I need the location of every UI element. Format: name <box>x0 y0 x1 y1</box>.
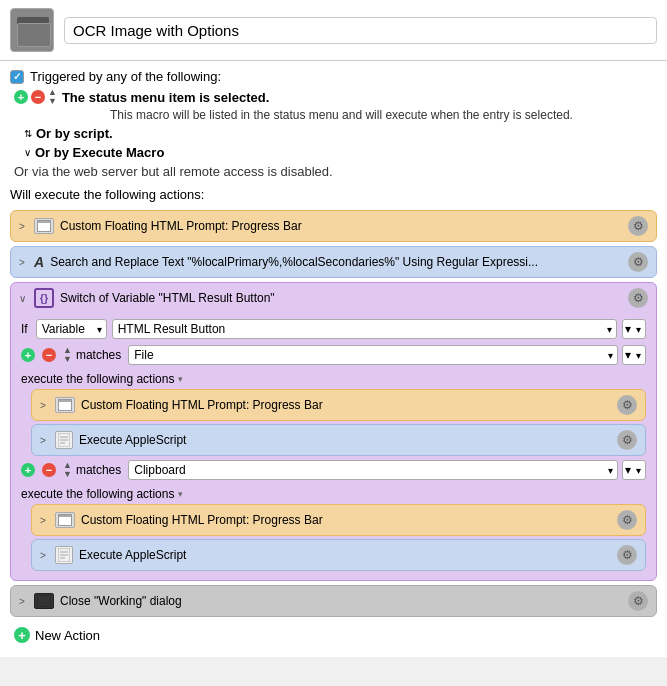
variable-type-select-wrapper[interactable]: Variable <box>36 319 107 339</box>
nested-gear-3[interactable]: ⚙ <box>617 510 637 530</box>
remove-match-btn-2[interactable]: − <box>42 463 56 477</box>
match-select-1[interactable]: ▾ <box>622 345 646 365</box>
by-execute-label: Or by Execute Macro <box>35 145 164 160</box>
nested-actions-clipboard: > Custom Floating HTML Prompt: Progress … <box>21 504 646 571</box>
triggered-checkbox[interactable] <box>10 70 24 84</box>
gear-btn-switch[interactable]: ⚙ <box>628 288 648 308</box>
nested-gear-2[interactable]: ⚙ <box>617 430 637 450</box>
match-value-input-2[interactable] <box>128 460 618 480</box>
add-match-btn-2[interactable]: + <box>21 463 35 477</box>
by-script-row[interactable]: ⇅ Or by script. <box>24 126 657 141</box>
if-label: If <box>21 322 28 336</box>
nested-action-row-4[interactable]: > Execute AppleScript ⚙ <box>32 540 645 570</box>
variable-type-select[interactable]: Variable <box>36 319 107 339</box>
execute-arrow-clipboard: ▾ <box>178 489 183 499</box>
svg-rect-1 <box>38 223 50 231</box>
match-value-input-1[interactable] <box>128 345 618 365</box>
variable-value-select-wrapper[interactable] <box>112 319 617 339</box>
close-gear[interactable]: ⚙ <box>628 591 648 611</box>
action-label-2: Search and Replace Text "%localPrimary%,… <box>50 255 628 269</box>
add-match-btn-1[interactable]: + <box>21 348 35 362</box>
nested-gear-4[interactable]: ⚙ <box>617 545 637 565</box>
nested-action-4: > Execute AppleScript ⚙ <box>31 539 646 571</box>
execute-arrow-file: ▾ <box>178 374 183 384</box>
switch-body: If Variable ▾ + − <box>11 313 656 580</box>
execute-label-clipboard: execute the following actions ▾ <box>21 484 646 504</box>
by-execute-row[interactable]: ∨ Or by Execute Macro <box>24 145 657 160</box>
close-action-row[interactable]: > Close "Working" dialog ⚙ <box>11 586 656 616</box>
status-menu-label: The status menu item is selected. <box>62 90 269 105</box>
by-execute-arrow: ∨ <box>24 147 31 158</box>
matches-label-1: matches <box>76 348 121 362</box>
nested-icon-2 <box>55 431 73 449</box>
execute-text-clipboard: execute the following actions <box>21 487 174 501</box>
macro-title-input[interactable] <box>64 17 657 44</box>
close-expand[interactable]: > <box>19 596 29 607</box>
variable-arrow-select[interactable]: ▾ <box>622 319 646 339</box>
close-label: Close "Working" dialog <box>60 594 628 608</box>
new-action-row[interactable]: + New Action <box>10 621 657 649</box>
nested-action-row-3[interactable]: > Custom Floating HTML Prompt: Progress … <box>32 505 645 535</box>
switch-header[interactable]: ∨ {} Switch of Variable "HTML Result But… <box>11 283 656 313</box>
nested-action-row-1[interactable]: > Custom Floating HTML Prompt: Progress … <box>32 390 645 420</box>
matches-row-file: + − ▲▼ matches ▾ <box>21 345 646 365</box>
matches-label-2: matches <box>76 463 121 477</box>
close-icon <box>34 593 54 609</box>
match-select-2[interactable]: ▾ <box>622 460 646 480</box>
action-row-2[interactable]: > A Search and Replace Text "%localPrima… <box>11 247 656 277</box>
execute-text-file: execute the following actions <box>21 372 174 386</box>
nested-expand-2[interactable]: > <box>40 435 50 446</box>
expand-icon-1[interactable]: > <box>19 221 29 232</box>
switch-icon: {} <box>34 288 54 308</box>
nested-action-2: > Execute AppleScript ⚙ <box>31 424 646 456</box>
nested-label-2: Execute AppleScript <box>79 433 617 447</box>
new-action-label: New Action <box>35 628 100 643</box>
action-block-1: > Custom Floating HTML Prompt: Progress … <box>10 210 657 242</box>
match-dropdown-2[interactable]: ▾ <box>622 460 646 480</box>
if-variable-row: If Variable ▾ <box>21 319 646 339</box>
match-value-wrapper-1[interactable] <box>128 345 618 365</box>
variable-arrow-wrapper[interactable]: ▾ <box>622 319 646 339</box>
nested-expand-1[interactable]: > <box>40 400 50 411</box>
nested-action-row-2[interactable]: > Execute AppleScript ⚙ <box>32 425 645 455</box>
will-execute-label: Will execute the following actions: <box>10 187 657 202</box>
status-menu-description: This macro will be listed in the status … <box>110 108 657 122</box>
nested-expand-4[interactable]: > <box>40 550 50 561</box>
switch-expand[interactable]: ∨ <box>19 293 29 304</box>
gear-btn-2[interactable]: ⚙ <box>628 252 648 272</box>
match-arrows-1[interactable]: ▲▼ <box>63 346 72 364</box>
execute-label-file: execute the following actions ▾ <box>21 369 646 389</box>
macro-icon <box>10 8 54 52</box>
action-label-1: Custom Floating HTML Prompt: Progress Ba… <box>60 219 628 233</box>
action-row-1[interactable]: > Custom Floating HTML Prompt: Progress … <box>11 211 656 241</box>
switch-block: ∨ {} Switch of Variable "HTML Result But… <box>10 282 657 581</box>
remove-trigger-btn[interactable]: − <box>31 90 45 104</box>
gear-btn-1[interactable]: ⚙ <box>628 216 648 236</box>
switch-label: Switch of Variable "HTML Result Button" <box>60 291 628 305</box>
add-trigger-btn[interactable]: + <box>14 90 28 104</box>
remove-match-btn-1[interactable]: − <box>42 348 56 362</box>
svg-rect-9 <box>59 517 71 525</box>
matches-row-clipboard: + − ▲▼ matches ▾ <box>21 460 646 480</box>
nested-label-3: Custom Floating HTML Prompt: Progress Ba… <box>81 513 617 527</box>
nested-label-4: Execute AppleScript <box>79 548 617 562</box>
nested-expand-3[interactable]: > <box>40 515 50 526</box>
svg-rect-3 <box>59 402 71 410</box>
new-action-plus[interactable]: + <box>14 627 30 643</box>
triggered-label: Triggered by any of the following: <box>30 69 221 84</box>
variable-value-input[interactable] <box>112 319 617 339</box>
match-value-wrapper-2[interactable] <box>128 460 618 480</box>
close-action-block: > Close "Working" dialog ⚙ <box>10 585 657 617</box>
a-icon-2: A <box>34 254 44 270</box>
nested-gear-1[interactable]: ⚙ <box>617 395 637 415</box>
header-bar <box>0 0 667 61</box>
trigger-arrows[interactable]: ▲▼ <box>48 88 57 106</box>
action-block-2: > A Search and Replace Text "%localPrima… <box>10 246 657 278</box>
expand-icon-2[interactable]: > <box>19 257 29 268</box>
main-content: Triggered by any of the following: + − ▲… <box>0 61 667 657</box>
nested-label-1: Custom Floating HTML Prompt: Progress Ba… <box>81 398 617 412</box>
match-arrows-2[interactable]: ▲▼ <box>63 461 72 479</box>
nested-icon-4 <box>55 546 73 564</box>
match-dropdown-1[interactable]: ▾ <box>622 345 646 365</box>
triggered-row: Triggered by any of the following: <box>10 69 657 84</box>
